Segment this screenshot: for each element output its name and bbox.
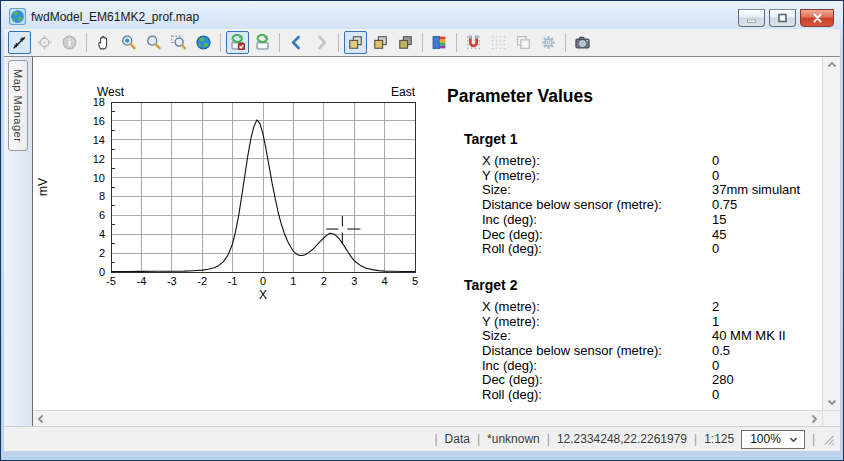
chevron-left-icon	[288, 34, 305, 51]
scroll-up-button[interactable]	[824, 57, 840, 73]
zoom-rect-icon	[170, 34, 187, 51]
application-window: fwdModel_EM61MK2_prof.map i Map Manager	[0, 0, 844, 461]
maximize-button[interactable]	[769, 9, 796, 27]
viewport: 024681012141618-5-4-3-2-1012345XmVWestEa…	[33, 57, 840, 410]
grid-dots-icon	[490, 34, 507, 51]
param-value: 280	[712, 373, 734, 388]
vertical-scrollbar[interactable]	[822, 57, 840, 410]
svg-text:-2: -2	[197, 275, 207, 287]
toolbar-zoom-dynamic-button[interactable]	[117, 31, 140, 54]
status-separator: |	[477, 432, 480, 446]
toolbar-color-tool-button[interactable]	[428, 31, 451, 54]
layers-mid-icon	[372, 34, 389, 51]
resize-grip-icon[interactable]	[822, 433, 835, 446]
scroll-left-button[interactable]	[33, 411, 49, 427]
param-value: 0.5	[712, 344, 730, 359]
svg-text:mV: mV	[36, 178, 50, 196]
maximize-icon	[776, 12, 789, 24]
param-row: Y (metre):0	[482, 169, 822, 184]
param-label: Y (metre):	[482, 315, 712, 330]
toolbar-show-grid-button[interactable]	[487, 31, 510, 54]
horizontal-scrollbar[interactable]	[33, 410, 822, 426]
layers-front-icon	[347, 34, 364, 51]
svg-text:-1: -1	[228, 275, 238, 287]
svg-text:0: 0	[260, 275, 266, 287]
title-bar[interactable]: fwdModel_EM61MK2_prof.map	[4, 4, 840, 29]
svg-text:14: 14	[93, 134, 105, 146]
toolbar-separator	[279, 33, 280, 52]
chevron-right-icon	[808, 413, 820, 425]
param-label: Size:	[482, 183, 712, 198]
param-value: 0.75	[712, 198, 737, 213]
svg-text:12: 12	[93, 153, 105, 165]
param-row: Size:40 MM MK II	[482, 329, 822, 344]
app-body: i Map Manager 024681012141618-5-4-3-2-10…	[4, 29, 840, 451]
toolbar-separator	[86, 33, 87, 52]
param-label: Inc (deg):	[482, 359, 712, 374]
svg-text:0: 0	[99, 266, 105, 278]
window-title: fwdModel_EM61MK2_prof.map	[31, 10, 199, 24]
toolbar-zoom-tool-button[interactable]	[142, 31, 165, 54]
toolbar-center-map-button[interactable]	[33, 31, 56, 54]
toolbar-profile-tool-button[interactable]	[8, 31, 31, 54]
param-label: Roll (deg):	[482, 388, 712, 403]
minimize-button[interactable]	[738, 9, 765, 27]
toolbar-previous-view-button[interactable]	[285, 31, 308, 54]
map-view[interactable]: 024681012141618-5-4-3-2-1012345XmVWestEa…	[33, 57, 822, 410]
svg-text:West: West	[97, 85, 125, 99]
scroll-down-button[interactable]	[824, 394, 840, 410]
main-row: Map Manager 024681012141618-5-4-3-2-1012…	[4, 57, 840, 426]
param-label: Y (metre):	[482, 169, 712, 184]
toolbar-full-map-extent-button[interactable]	[192, 31, 215, 54]
toolbar-redraw-map-button[interactable]	[251, 31, 274, 54]
toolbar-snapshot-button[interactable]	[571, 31, 594, 54]
chevron-down-icon	[788, 434, 799, 445]
status-segment: *unknown	[487, 432, 540, 446]
status-segment: 1:125	[704, 432, 734, 446]
toolbar-zoom-box-button[interactable]	[167, 31, 190, 54]
chevron-down-icon	[826, 396, 838, 408]
toolbar-send-to-back-button[interactable]	[394, 31, 417, 54]
gear-icon	[540, 34, 557, 51]
close-icon	[811, 12, 824, 24]
param-row: Distance below sensor (metre):0.75	[482, 198, 822, 213]
status-segment: 12.2334248,22.2261979	[557, 432, 687, 446]
param-label: Distance below sensor (metre):	[482, 198, 712, 213]
redraw-check-icon	[229, 34, 246, 51]
chevron-right-icon	[313, 34, 330, 51]
parameters-title: Parameter Values	[447, 86, 822, 107]
toolbar-bring-to-front-button[interactable]	[344, 31, 367, 54]
clone-icon	[515, 34, 532, 51]
status-segment: Data	[445, 432, 470, 446]
param-label: Inc (deg):	[482, 213, 712, 228]
svg-text:4: 4	[382, 275, 388, 287]
status-separator: |	[694, 432, 697, 446]
chevron-up-icon	[826, 59, 838, 71]
toolbar-snap-to-grid-button[interactable]	[462, 31, 485, 54]
param-value: 1	[712, 315, 719, 330]
toolbar-auto-redraw-button[interactable]	[226, 31, 249, 54]
toolbar-map-settings-button[interactable]	[537, 31, 560, 54]
toolbar-info-tool-button[interactable]: i	[58, 31, 81, 54]
scroll-right-button[interactable]	[806, 411, 822, 427]
zoom-select[interactable]: 100%	[741, 430, 805, 449]
info-icon: i	[61, 34, 78, 51]
svg-text:2: 2	[99, 247, 105, 259]
param-row: Dec (deg):280	[482, 373, 822, 388]
toolbar-next-view-button[interactable]	[310, 31, 333, 54]
parameters-panel: Parameter Values Target 1X (metre):0Y (m…	[447, 86, 822, 403]
camera-icon	[574, 34, 591, 51]
param-row: Roll (deg):0	[482, 388, 822, 403]
toolbar-pan-tool-button[interactable]	[92, 31, 115, 54]
close-button[interactable]	[800, 9, 834, 27]
param-label: Roll (deg):	[482, 242, 712, 257]
svg-text:6: 6	[99, 209, 105, 221]
toolbar-group-tool-button[interactable]	[512, 31, 535, 54]
param-label: X (metre):	[482, 300, 712, 315]
window-controls	[738, 9, 834, 27]
param-row: Dec (deg):45	[482, 228, 822, 243]
svg-text:16: 16	[93, 115, 105, 127]
toolbar-move-forward-button[interactable]	[369, 31, 392, 54]
scrollbar-corner	[822, 410, 840, 426]
map-manager-tab[interactable]: Map Manager	[8, 60, 28, 151]
